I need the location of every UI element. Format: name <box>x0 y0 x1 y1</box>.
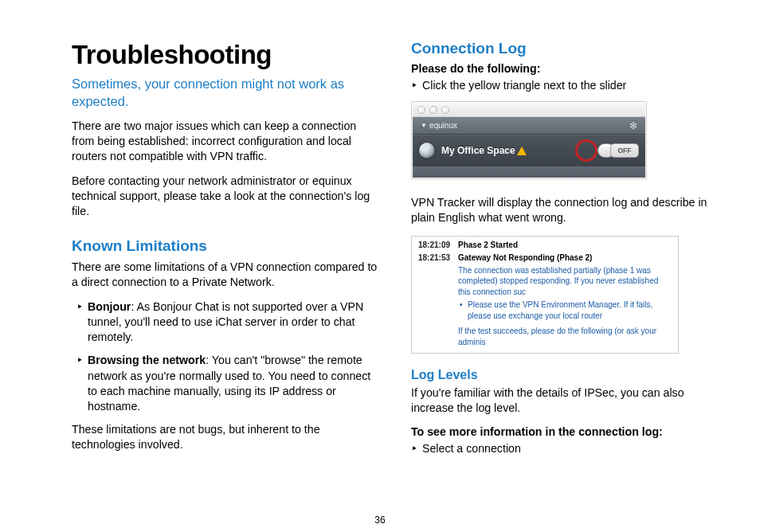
app-window-screenshot: ▼equinux ✻ My Office Space OFF <box>411 101 647 179</box>
connection-name: My Office Space <box>441 145 515 156</box>
triangle-down-icon: ▼ <box>421 122 427 129</box>
intro-paragraph-1: There are two major issues which can kee… <box>72 119 379 165</box>
close-icon[interactable] <box>417 106 425 114</box>
log-title-2: Gateway Not Responding (Phase 2) <box>458 253 592 262</box>
known-limitations-heading: Known Limitations <box>72 237 379 255</box>
limitation-browsing: Browsing the network: You can't "browse"… <box>72 353 379 414</box>
log-levels-instruction: To see more information in the connectio… <box>411 425 719 438</box>
connection-toggle[interactable]: OFF <box>597 143 639 158</box>
globe-icon <box>419 143 435 158</box>
gear-icon[interactable]: ✻ <box>629 120 637 131</box>
limitation-bonjour: Bonjour: As Bonjour Chat is not supporte… <box>72 299 379 346</box>
page-subtitle: Sometimes, your connection might not wor… <box>72 75 379 111</box>
highlight-circle-icon <box>575 139 597 162</box>
page-title: Troubleshooting <box>72 40 379 70</box>
log-levels-heading: Log Levels <box>411 368 719 382</box>
app-footer <box>413 166 645 178</box>
log-time-2: 18:21:53 <box>418 253 458 262</box>
page-number: 36 <box>374 514 385 526</box>
log-entry-2: 18:21:53 Gateway Not Responding (Phase 2… <box>412 252 678 263</box>
connection-row[interactable]: My Office Space OFF <box>413 135 645 166</box>
log-screenshot: 18:21:09 Phase 2 Started 18:21:53 Gatewa… <box>411 236 679 354</box>
app-toolbar: ▼equinux ✻ <box>413 117 645 135</box>
known-limitations-closing: These limitations are not bugs, but inhe… <box>72 422 379 452</box>
log-suggestion-1a: Please use the <box>468 300 523 309</box>
connection-log-step: Click the yellow triangle next to the sl… <box>411 78 719 93</box>
connection-log-intro: Please do the following: <box>411 62 719 75</box>
warning-triangle-icon[interactable] <box>517 147 527 155</box>
log-entry-1: 18:21:09 Phase 2 Started <box>412 240 678 250</box>
left-column: Troubleshooting Sometimes, your connecti… <box>72 40 403 516</box>
connection-log-description: VPN Tracker will display the connection … <box>411 195 719 225</box>
minimize-icon[interactable] <box>429 106 437 114</box>
limitation-bonjour-title: Bonjour <box>88 300 131 313</box>
known-limitations-intro: There are some limitations of a VPN conn… <box>72 260 379 290</box>
log-time-1: 18:21:09 <box>418 241 458 249</box>
brand-dropdown[interactable]: ▼equinux <box>421 121 457 130</box>
vpn-env-manager-link[interactable]: VPN Environment Manager <box>523 300 619 309</box>
limitation-browsing-title: Browsing the network <box>88 354 206 366</box>
log-detail-text: The connection was established partially… <box>412 263 678 300</box>
log-levels-step: Select a connection <box>411 441 719 456</box>
log-suggestion-2: If the test succeeds, please do the foll… <box>412 324 678 350</box>
log-suggestion-1: Please use the VPN Environment Manager. … <box>412 299 678 321</box>
intro-paragraph-2: Before contacting your network administr… <box>72 174 379 220</box>
zoom-icon[interactable] <box>441 106 449 114</box>
toggle-off-label: OFF <box>610 143 639 158</box>
brand-label: equinux <box>429 121 457 130</box>
window-titlebar <box>413 103 645 117</box>
log-levels-text: If you're familiar with the details of I… <box>411 385 719 416</box>
connection-log-heading: Connection Log <box>411 40 719 57</box>
log-title-1: Phase 2 Started <box>458 241 518 249</box>
right-column: Connection Log Please do the following: … <box>403 40 719 516</box>
